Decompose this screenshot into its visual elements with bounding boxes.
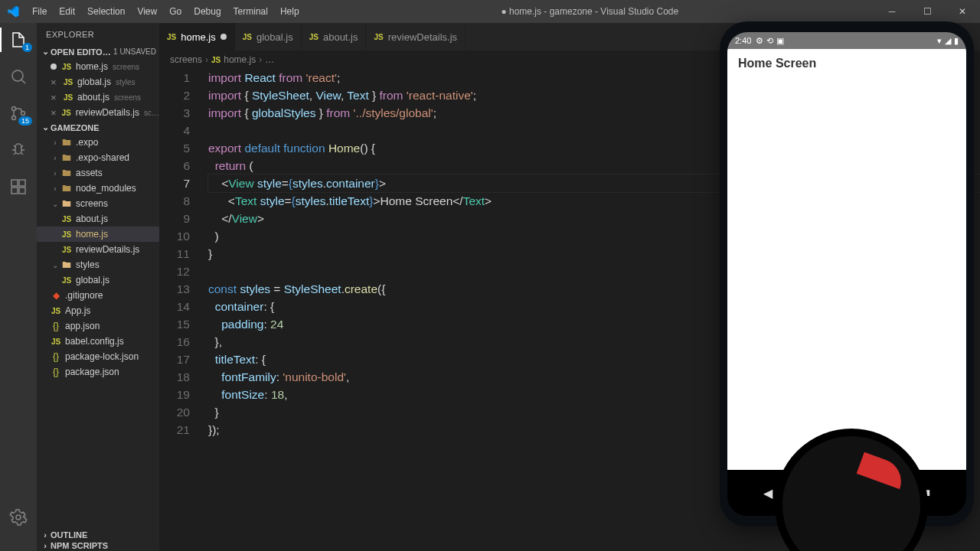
editor-tab[interactable]: JSreviewDetails.js [366, 23, 466, 51]
sidebar-title: EXPLORER [37, 23, 159, 46]
tree-item-label: about.js [76, 214, 108, 224]
open-editors-header[interactable]: ⌄ OPEN EDITO… 1 UNSAVED [37, 46, 159, 57]
tree-item[interactable]: {}package-lock.json [37, 349, 159, 364]
close-icon[interactable]: × [51, 107, 57, 119]
chevron-icon[interactable]: › [51, 154, 60, 162]
chevron-right-icon: › [259, 54, 262, 65]
tree-item[interactable]: ›.expo-shared [37, 150, 159, 165]
outline-header[interactable]: › OUTLINE [37, 530, 159, 540]
menu-edit[interactable]: Edit [53, 6, 81, 17]
json-file-icon: {} [51, 351, 61, 362]
unsaved-badge: 1 UNSAVED [113, 47, 156, 56]
menu-view[interactable]: View [131, 6, 163, 17]
tree-item[interactable]: ›.expo [37, 135, 159, 150]
svg-point-3 [21, 112, 25, 116]
source-control-icon[interactable]: 15 [8, 103, 29, 124]
open-editor-item[interactable]: ×JSabout.jsscreens [37, 90, 159, 105]
line-number: 9 [159, 210, 190, 227]
minimize-button[interactable]: ─ [874, 0, 910, 23]
explorer-icon[interactable]: 1 [8, 29, 29, 51]
tree-item[interactable]: JShome.js [37, 227, 159, 242]
line-number: 17 [159, 350, 190, 368]
chevron-right-icon: › [40, 530, 51, 540]
close-icon[interactable]: × [51, 92, 58, 103]
line-number: 18 [159, 368, 190, 386]
line-number: 21 [159, 421, 190, 439]
tree-item[interactable]: ›node_modules [37, 181, 159, 196]
js-file-icon: JS [61, 229, 72, 240]
window-title: ● home.js - gamezone - Visual Studio Cod… [305, 6, 874, 17]
tree-item[interactable]: ◆.gitignore [37, 288, 159, 303]
menu-selection[interactable]: Selection [81, 6, 131, 17]
vscode-logo-icon [0, 5, 26, 18]
close-button[interactable]: ✕ [945, 0, 980, 23]
menu-terminal[interactable]: Terminal [227, 6, 274, 17]
chevron-icon[interactable]: ⌄ [51, 200, 60, 208]
menu-debug[interactable]: Debug [188, 6, 227, 17]
tree-item[interactable]: JSglobal.js [37, 272, 159, 288]
tree-item[interactable]: ⌄screens [37, 196, 159, 211]
chevron-icon[interactable]: › [51, 184, 60, 193]
open-editor-item[interactable]: ×JSglobal.jsstyles [37, 74, 159, 90]
close-icon[interactable]: × [51, 77, 58, 88]
tree-item[interactable]: {}package.json [37, 364, 159, 380]
menu-file[interactable]: File [26, 6, 53, 17]
signal-icon: ◢ [945, 36, 951, 46]
refresh-small-icon: ⟲ [766, 36, 773, 46]
tree-item[interactable]: JSApp.js [37, 303, 159, 318]
tree-item-label: styles [76, 259, 100, 270]
js-file-icon: JS [63, 92, 74, 103]
open-editor-item[interactable]: JShome.jsscreens [37, 59, 159, 74]
editor-tab[interactable]: JShome.js [159, 23, 235, 51]
wifi-icon: ▾ [937, 36, 942, 46]
chevron-icon[interactable]: › [51, 169, 60, 178]
line-number: 15 [159, 315, 190, 333]
js-file-icon: JS [61, 275, 72, 285]
folder-icon [61, 168, 72, 178]
editor-tab[interactable]: JSabout.js [302, 23, 367, 51]
window-controls: ─ ☐ ✕ [874, 0, 980, 23]
tree-item-label: reviewDetails.js [76, 244, 139, 255]
menu-go[interactable]: Go [163, 6, 188, 17]
tab-label: reviewDetails.js [388, 31, 457, 43]
js-file-icon: JS [51, 305, 61, 316]
debug-icon[interactable] [8, 139, 29, 161]
chevron-icon[interactable]: › [51, 139, 60, 147]
js-file-icon: JS [51, 336, 61, 347]
chevron-right-icon: › [205, 54, 208, 65]
npm-scripts-header[interactable]: › NPM SCRIPTS [37, 540, 159, 551]
line-number: 14 [159, 298, 190, 315]
breadcrumb-segment[interactable]: home.js [224, 54, 256, 65]
tree-item[interactable]: {}app.json [37, 318, 159, 334]
chevron-right-icon: › [40, 541, 51, 550]
folder-icon [61, 198, 72, 209]
breadcrumb-segment[interactable]: … [265, 54, 274, 65]
tree-item-label: .expo-shared [76, 152, 129, 163]
svg-rect-5 [11, 187, 18, 194]
tree-item[interactable]: ⌄styles [37, 257, 159, 272]
maximize-button[interactable]: ☐ [910, 0, 945, 23]
chevron-icon[interactable]: ⌄ [51, 261, 60, 269]
settings-gear-icon[interactable] [8, 507, 29, 528]
js-file-icon: JS [167, 33, 176, 41]
phone-screen[interactable]: Home Screen [727, 49, 966, 470]
menu-help[interactable]: Help [274, 6, 305, 17]
back-icon[interactable]: ◀ [763, 486, 773, 500]
phone-time: 2:40 [735, 36, 751, 45]
tree-item[interactable]: JSreviewDetails.js [37, 242, 159, 257]
project-header[interactable]: ⌄ GAMEZONE [37, 122, 159, 133]
open-editor-item[interactable]: ×JSreviewDetails.jssc… [37, 105, 159, 120]
file-name: about.js [77, 92, 109, 103]
search-icon[interactable] [8, 66, 29, 87]
svg-rect-7 [19, 180, 25, 186]
file-name: global.js [77, 77, 111, 87]
breadcrumb-segment[interactable]: screens [170, 54, 202, 65]
tree-item[interactable]: JSbabel.config.js [37, 334, 159, 349]
unsaved-dot-icon[interactable] [51, 64, 57, 70]
extensions-icon[interactable] [8, 176, 29, 197]
tree-item-label: app.json [65, 321, 100, 331]
tree-item-label: .expo [76, 137, 98, 148]
tree-item[interactable]: ›assets [37, 165, 159, 181]
tree-item[interactable]: JSabout.js [37, 211, 159, 227]
editor-tab[interactable]: JSglobal.js [235, 23, 302, 51]
